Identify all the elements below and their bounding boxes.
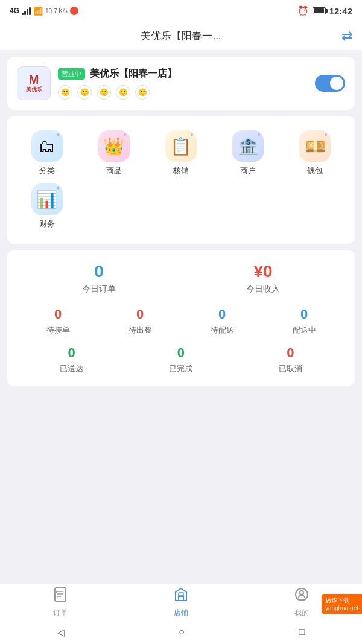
today-orders-label: 今日订单 [82,284,116,295]
stats-mid-row: 0 待接单 0 待出餐 0 待配送 0 配送中 [17,307,345,336]
store-icon-1[interactable]: 🙂 [58,85,72,100]
status-bar: 4G 📶 10.7 K/s ⏰ 12:42 [0,0,362,22]
hexiao-icon-wrap: 📋 ✦ [165,130,197,162]
home-button[interactable]: ○ [179,626,185,637]
store-toggle-switch[interactable] [315,75,345,92]
menu-item-caiwu[interactable]: 📊 ✦ 财务 [17,183,77,229]
menu-grid-card: 🗂 ✦ 分类 👑 ✦ 商品 📋 ✦ 核销 🏦 ✦ 商户 [7,116,355,244]
stats-card: 0 今日订单 ¥0 今日收入 0 待接单 0 待出餐 0 待配送 0 配送中 0… [7,250,355,386]
completed-label: 已完成 [169,363,192,374]
svg-rect-0 [55,588,66,601]
waiting-cook-label: 待出餐 [129,325,152,336]
waiting-deliver-value: 0 [211,307,234,322]
store-header: M 美优乐 营业中 美优乐【阳春一店】 🙂 🙂 🙂 🙂 🙂 [17,66,345,100]
stat-cancelled[interactable]: 0 已取消 [279,345,302,374]
back-button[interactable]: ◁ [57,626,65,638]
store-name: 美优乐【阳春一店】 [90,68,177,80]
store-logo: M 美优乐 [17,66,51,100]
red-dot [70,7,78,15]
stat-waiting-deliver[interactable]: 0 待配送 [211,307,234,336]
alarm-icon: ⏰ [297,5,309,16]
stat-completed[interactable]: 0 已完成 [169,345,192,374]
today-orders-stat: 0 今日订单 [82,262,116,295]
shanghu-label: 商户 [240,165,256,176]
store-nav-icon [173,587,189,606]
store-name-row: 营业中 美优乐【阳春一店】 [58,68,308,80]
nav-orders[interactable]: 订单 [0,587,121,618]
carrier-label: 4G [10,7,19,15]
store-icon-2[interactable]: 🙂 [77,85,92,100]
time-display: 12:42 [329,6,352,16]
shangpin-icon-wrap: 👑 ✦ [98,130,130,162]
menu-item-shanghu[interactable]: 🏦 ✦ 商户 [218,130,278,176]
battery-icon [313,7,326,14]
delivered-value: 0 [60,345,83,361]
waiting-deliver-label: 待配送 [211,325,234,336]
store-icon-3[interactable]: 🙂 [97,85,111,100]
cancelled-value: 0 [279,345,302,361]
page-title: 美优乐【阳春一... [141,29,221,43]
system-nav-bar: ◁ ○ □ [0,620,362,644]
menu-item-shangpin[interactable]: 👑 ✦ 商品 [84,130,144,176]
speed-display: 10.7 K/s [45,8,68,14]
cancelled-label: 已取消 [279,363,302,374]
watermark-line1: 扬华下载 [325,596,358,605]
bottom-nav: 订单 店铺 我的 [0,584,362,620]
completed-value: 0 [169,345,192,361]
stats-bot-row: 0 已送达 0 已完成 0 已取消 [17,345,345,374]
stat-waiting-cook[interactable]: 0 待出餐 [129,307,152,336]
logo-sub: 美优乐 [26,86,42,94]
menu-item-fenlei[interactable]: 🗂 ✦ 分类 [17,130,77,176]
svg-rect-4 [54,591,57,593]
waiting-accept-label: 待接单 [46,325,70,336]
store-icon-5[interactable]: 🙂 [135,85,150,100]
store-card: M 美优乐 营业中 美优乐【阳春一店】 🙂 🙂 🙂 🙂 🙂 [7,57,355,110]
menu-item-hexiao[interactable]: 📋 ✦ 核销 [151,130,211,176]
speed-value: 10.7 K/s [45,8,68,14]
fenlei-label: 分类 [39,165,55,176]
switch-button[interactable]: ⇄ [341,28,352,44]
watermark-line2: yanghua.net [325,605,358,611]
mine-nav-label: 我的 [294,608,309,618]
signal-bars [22,7,31,15]
svg-point-7 [300,591,303,595]
menu-item-qianbao[interactable]: 💴 ✦ 钱包 [285,130,345,176]
status-right: ⏰ 12:42 [297,5,352,16]
stat-delivering[interactable]: 0 配送中 [293,307,316,336]
menu-grid: 🗂 ✦ 分类 👑 ✦ 商品 📋 ✦ 核销 🏦 ✦ 商户 [17,126,345,234]
sparkle-shanghu: ✦ [256,132,261,138]
mine-nav-icon [294,587,310,606]
today-income-label: 今日收入 [246,284,280,295]
waiting-accept-value: 0 [46,307,70,322]
qianbao-label: 钱包 [307,165,323,176]
sparkle-qianbao: ✦ [323,132,328,138]
status-left: 4G 📶 10.7 K/s [10,7,78,16]
svg-rect-5 [179,593,183,596]
today-income-value: ¥0 [246,262,280,281]
shanghu-icon-wrap: 🏦 ✦ [232,130,264,162]
store-action-icons: 🙂 🙂 🙂 🙂 🙂 [58,85,308,100]
watermark: 扬华下载 yanghua.net [322,594,362,614]
waiting-cook-value: 0 [129,307,152,322]
today-orders-value: 0 [82,262,116,281]
caiwu-label: 财务 [39,218,55,229]
delivering-label: 配送中 [293,325,316,336]
hexiao-label: 核销 [173,165,189,176]
fenlei-icon-wrap: 🗂 ✦ [31,130,63,162]
orders-nav-label: 订单 [53,608,68,618]
stats-top-row: 0 今日订单 ¥0 今日收入 [17,262,345,295]
sparkle-caiwu: ✦ [56,185,60,191]
today-income-stat: ¥0 今日收入 [246,262,280,295]
stat-delivered[interactable]: 0 已送达 [60,345,83,374]
recent-button[interactable]: □ [299,626,305,637]
business-status-badge: 营业中 [58,68,85,80]
top-nav: 美优乐【阳春一... ⇄ [0,22,362,51]
qianbao-icon-wrap: 💴 ✦ [299,130,331,162]
sparkle-hexiao: ✦ [189,132,194,138]
delivering-value: 0 [293,307,316,322]
nav-store[interactable]: 店铺 [121,587,241,618]
store-icon-4[interactable]: 🙂 [116,85,130,100]
caiwu-icon-wrap: 📊 ✦ [31,183,63,215]
stat-waiting-accept[interactable]: 0 待接单 [46,307,70,336]
store-info: 营业中 美优乐【阳春一店】 🙂 🙂 🙂 🙂 🙂 [58,68,308,100]
